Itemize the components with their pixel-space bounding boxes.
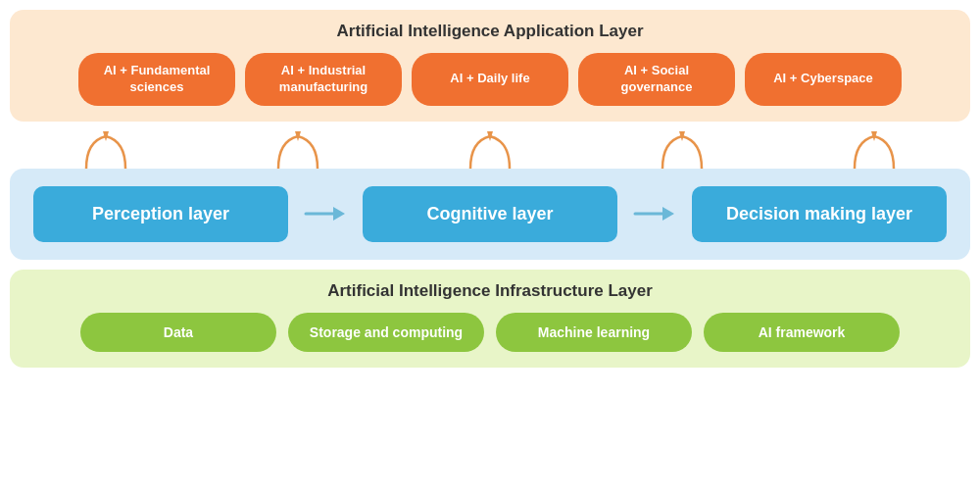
svg-marker-5 — [333, 207, 345, 221]
app-box-4: AI + Cyberspace — [745, 53, 902, 106]
infrastructure-layer: Artificial Intelligence Infrastructure L… — [10, 270, 970, 368]
arrow-right-2 — [633, 200, 676, 227]
infra-box-0: Data — [80, 313, 276, 352]
cognitive-layer-box: Cognitive layer — [363, 186, 617, 242]
app-layer-title: Artificial Intelligence Application Laye… — [25, 22, 955, 41]
app-box-2: AI + Daily life — [412, 53, 568, 106]
arrow-up-3 — [394, 131, 586, 171]
cognitive-section: Perception layer Cognitive layer Decisio… — [10, 169, 970, 260]
arrow-right-svg-2 — [633, 200, 676, 227]
infra-layer-title: Artificial Intelligence Infrastructure L… — [25, 281, 955, 301]
arrow-up-svg-5 — [845, 131, 904, 171]
infra-layer-boxes: Data Storage and computing Machine learn… — [25, 313, 955, 352]
arrow-right-svg-1 — [304, 200, 347, 227]
decision-layer-box: Decision making layer — [692, 186, 947, 242]
arrow-up-svg-2 — [269, 131, 327, 171]
main-container: Artificial Intelligence Application Laye… — [10, 10, 970, 368]
perception-layer-box: Perception layer — [33, 186, 288, 242]
app-box-1: AI + Industrial manufacturing — [245, 53, 402, 106]
infra-box-1: Storage and computing — [288, 313, 484, 352]
middle-section: Perception layer Cognitive layer Decisio… — [10, 131, 970, 260]
svg-marker-6 — [662, 207, 674, 221]
arrow-up-svg-3 — [461, 131, 519, 171]
arrows-row — [10, 131, 970, 171]
arrow-up-2 — [202, 131, 394, 171]
app-box-3: AI + Social governance — [578, 53, 735, 106]
arrow-up-svg-4 — [653, 131, 711, 171]
infra-box-2: Machine learning — [496, 313, 692, 352]
app-layer-boxes: AI + Fundamental sciences AI + Industria… — [25, 53, 955, 106]
application-layer: Artificial Intelligence Application Laye… — [10, 10, 970, 122]
arrow-up-1 — [10, 131, 202, 171]
arrow-up-5 — [778, 131, 970, 171]
arrow-up-4 — [586, 131, 778, 171]
app-box-0: AI + Fundamental sciences — [78, 53, 235, 106]
arrow-right-1 — [304, 200, 347, 227]
arrow-up-svg-1 — [76, 131, 135, 171]
infra-box-3: AI framework — [704, 313, 900, 352]
